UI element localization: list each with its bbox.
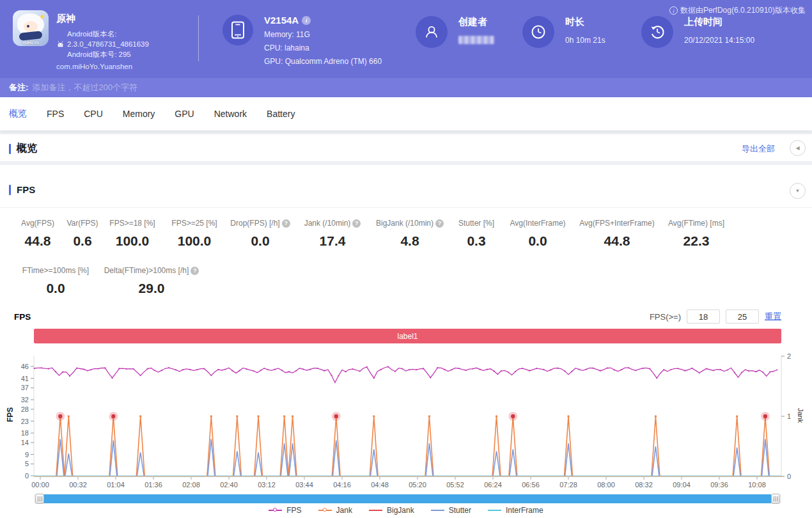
tab-battery[interactable]: Battery (267, 109, 295, 119)
device-gpu: GPU: Qualcomm Adreno (TM) 660 (264, 57, 382, 66)
export-all-link[interactable]: 导出全部 (742, 143, 775, 155)
android-icon (56, 40, 65, 49)
svg-text:28: 28 (21, 405, 29, 413)
collapse-overview-button[interactable]: ◀ (790, 140, 806, 156)
user-icon (416, 16, 448, 48)
svg-text:06:56: 06:56 (522, 481, 540, 489)
legend-item-interframe[interactable]: InterFrame (488, 506, 543, 515)
chart-range-scrollbar (34, 494, 781, 504)
duration-value: 0h 10m 21s (565, 36, 605, 45)
svg-text:18: 18 (21, 429, 29, 437)
svg-text:14: 14 (21, 439, 29, 446)
svg-text:03:12: 03:12 (258, 481, 276, 489)
svg-text:37: 37 (21, 384, 29, 391)
tab-memory[interactable]: Memory (123, 109, 155, 119)
duration-block: 时长 0h 10m 21s (522, 16, 605, 48)
svg-text:41: 41 (21, 375, 29, 382)
tab-cpu[interactable]: CPU (84, 109, 103, 119)
svg-text:1: 1 (787, 412, 791, 420)
svg-text:01:04: 01:04 (107, 481, 125, 489)
legend-item-stutter[interactable]: Stutter (431, 506, 471, 515)
section-accent-bar (9, 144, 11, 154)
upload-value: 20/12/2021 14:15:00 (684, 36, 754, 45)
android-version-label: Android版本名: (67, 29, 149, 39)
collapse-fps-button[interactable]: ▼ (790, 183, 806, 199)
svg-text:09:36: 09:36 (710, 481, 728, 489)
tab-fps[interactable]: FPS (47, 109, 64, 119)
svg-text:04:16: 04:16 (333, 481, 351, 489)
legend-swatch (318, 508, 332, 513)
svg-text:01:36: 01:36 (144, 481, 162, 489)
svg-text:23: 23 (21, 418, 29, 425)
overview-section-header: 概览 导出全部 ◀ (0, 134, 812, 161)
upload-block: 上传时间 20/12/2021 14:15:00 (641, 16, 754, 48)
chart-legend: FPSJankBigJankStutterInterFrame (0, 506, 812, 515)
legend-swatch (369, 508, 382, 513)
tab-gpu[interactable]: GPU (175, 109, 194, 119)
svg-text:32: 32 (21, 396, 29, 404)
metric-value: 22.3 (639, 233, 754, 249)
fps-threshold-controls: FPS(>=) 重置 (650, 310, 781, 324)
app-info: 原神 Android版本名: 2.3.0_4786731_4861639 And… (56, 13, 149, 70)
creator-block: 创建者 (416, 16, 494, 48)
section-accent-bar (9, 185, 11, 195)
divider (0, 207, 812, 208)
metric-avg-ftime-ms-: Avg(FTime) [ms]22.3 (639, 219, 754, 249)
svg-text:Jank: Jank (797, 408, 804, 423)
tab-概览[interactable]: 概览 (9, 108, 27, 120)
note-input[interactable]: 备注: 添加备注，不超过200个字符 (0, 78, 812, 97)
fps-threshold-label: FPS(>=) (650, 312, 681, 322)
svg-text:02:40: 02:40 (220, 481, 238, 489)
legend-label: BigJank (387, 506, 414, 515)
tab-network[interactable]: Network (214, 109, 247, 119)
reset-link[interactable]: 重置 (765, 311, 781, 322)
device-memory: Memory: 11G (264, 30, 382, 39)
perfdog-report-page: i 数据由PerfDog(6.0.210910)版本收集 miHoYo 原神 A… (0, 0, 812, 518)
history-icon (641, 16, 673, 48)
scrollbar-handle-right[interactable] (771, 494, 780, 504)
svg-text:05:20: 05:20 (409, 481, 426, 489)
header-divider (198, 15, 199, 61)
scrollbar-handle-left[interactable] (35, 494, 44, 504)
metric-label: Avg(FTime) [ms] (639, 219, 754, 228)
svg-text:FPS: FPS (6, 407, 15, 422)
legend-item-jank[interactable]: Jank (318, 506, 352, 515)
svg-text:08:32: 08:32 (635, 481, 653, 489)
svg-text:2: 2 (787, 352, 791, 360)
svg-text:04:48: 04:48 (371, 481, 389, 489)
creator-name-blurred (458, 36, 494, 44)
svg-text:03:44: 03:44 (295, 481, 313, 489)
section-tabs: 概览FPSCPUMemoryGPUNetworkBattery (0, 97, 812, 130)
svg-text:46: 46 (21, 363, 29, 370)
overview-title: 概览 (17, 142, 37, 155)
note-placeholder: 添加备注，不超过200个字符 (32, 82, 137, 93)
android-build: Android版本号: 295 (67, 49, 149, 59)
fps-chart[interactable]: 059141823283237414601200:0000:3201:0401:… (0, 345, 812, 494)
device-info-icon[interactable]: i (302, 16, 311, 25)
legend-label: Stutter (449, 506, 471, 515)
legend-item-fps[interactable]: FPS (269, 506, 301, 515)
fps-section: FPS ▼ Avg(FPS)44.8Var(FPS)0.6FPS>=18 [%]… (0, 165, 812, 518)
svg-text:05:52: 05:52 (446, 481, 464, 489)
scrollbar-fill[interactable] (43, 494, 771, 503)
legend-swatch (431, 508, 444, 513)
source-note-text: 数据由PerfDog(6.0.210910)版本收集 (680, 5, 806, 16)
metric-value: 29.0 (94, 281, 209, 296)
fps-threshold-input-1[interactable] (687, 310, 720, 324)
upload-label: 上传时间 (684, 16, 722, 28)
phone-icon (223, 15, 253, 45)
fps-threshold-input-2[interactable] (726, 310, 759, 324)
legend-item-bigjank[interactable]: BigJank (369, 506, 414, 515)
report-header: i 数据由PerfDog(6.0.210910)版本收集 miHoYo 原神 A… (0, 0, 812, 78)
clock-icon (522, 16, 554, 48)
svg-text:0: 0 (25, 472, 29, 480)
metric-delta-ftime-100ms-h-: Delta(FTime)>100ms [/h]?29.0 (94, 266, 209, 296)
svg-text:02:08: 02:08 (182, 481, 200, 489)
svg-text:08:00: 08:00 (597, 481, 615, 489)
creator-label: 创建者 (458, 16, 487, 28)
chart-label-banner: label1 (34, 329, 781, 343)
android-version: 2.3.0_4786731_4861639 (67, 39, 149, 49)
app-package: com.miHoYo.Yuanshen (56, 63, 149, 70)
app-title: 原神 (56, 13, 149, 25)
help-icon[interactable]: ? (191, 267, 199, 275)
